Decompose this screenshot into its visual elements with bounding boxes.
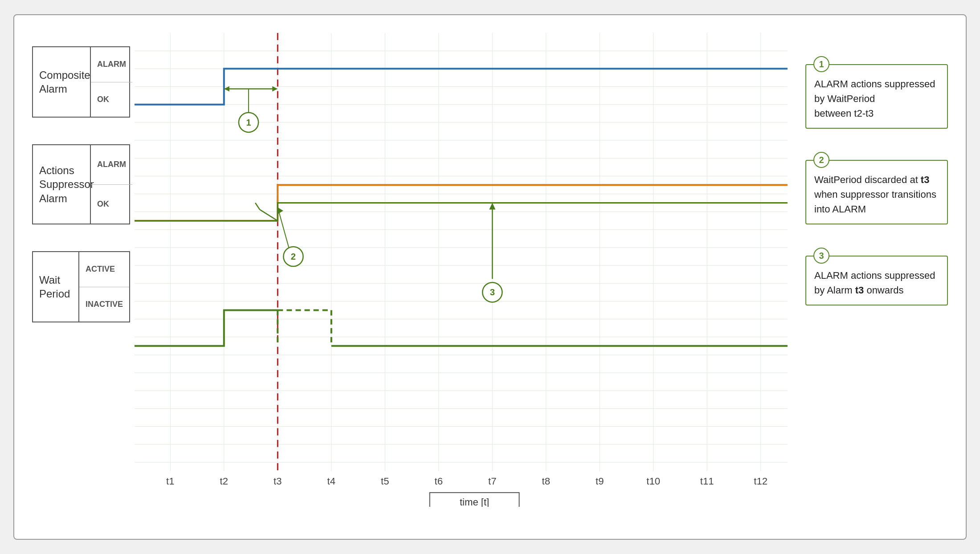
time-label-text: time [t]: [460, 497, 489, 507]
svg-text:t2: t2: [220, 476, 228, 487]
annotation-2-mono: WaitPeriod: [814, 174, 862, 185]
annotation-circle-1-text: 1: [246, 118, 251, 127]
svg-text:t12: t12: [754, 476, 768, 487]
annotation-text-1: ALARM actions suppressed by WaitPeriodbe…: [814, 72, 939, 121]
svg-text:t10: t10: [646, 476, 660, 487]
composite-alarm-state-ok: OK: [97, 95, 109, 104]
main-area: CompositeAlarm ALARM OK: [32, 33, 948, 521]
arrow2-line2: [255, 203, 260, 210]
arrow1-right-head: [272, 86, 278, 91]
time-axis: t1 t2 t3 t4 t5 t6 t7 t8 t9 t10 t11 t12: [166, 476, 768, 487]
suppressor-alarm-title: ActionsSuppressorAlarm: [39, 163, 94, 205]
arrow3-head: [489, 203, 495, 210]
svg-text:t5: t5: [381, 476, 389, 487]
arrow2-connector: [278, 208, 289, 248]
svg-text:t1: t1: [166, 476, 174, 487]
chart-svg: 1 2 3 t1: [135, 33, 796, 507]
annotation-number-1: 1: [813, 56, 829, 72]
svg-text:t3: t3: [274, 476, 282, 487]
svg-text:t6: t6: [435, 476, 443, 487]
wait-period-title: WaitPeriod: [39, 273, 70, 301]
diagram-container: CompositeAlarm ALARM OK: [13, 14, 967, 540]
arrow2-line1: [260, 210, 278, 221]
composite-alarm-title: CompositeAlarm: [39, 68, 90, 96]
svg-text:t9: t9: [596, 476, 604, 487]
suppressor-alarm-state-alarm: ALARM: [97, 160, 126, 169]
annotation-number-3: 3: [813, 248, 829, 264]
annotation-circle-3-text: 3: [490, 287, 495, 297]
labels-column: CompositeAlarm ALARM OK: [32, 33, 130, 521]
annotations-column: 1 ALARM actions suppressed by WaitPeriod…: [796, 33, 948, 521]
annotation-text-3: ALARM actions suppressed by Alarm t3 onw…: [814, 264, 939, 297]
suppressor-alarm-state-ok: OK: [97, 200, 109, 209]
annotation-circle-2-text: 2: [291, 252, 296, 261]
wait-period-state-inactive: INACTIVE: [86, 300, 123, 309]
wait-period-solid-line: [135, 310, 278, 346]
composite-alarm-state-alarm: ALARM: [97, 60, 126, 69]
svg-text:t11: t11: [700, 476, 714, 487]
wait-period-state-active: ACTIVE: [86, 265, 115, 274]
annotation-box-1: 1 ALARM actions suppressed by WaitPeriod…: [805, 64, 948, 129]
svg-text:t7: t7: [488, 476, 496, 487]
annotation-text-2: WaitPeriod discarded at t3 when suppress…: [814, 168, 939, 216]
chart-area: 1 2 3 t1: [135, 33, 796, 521]
annotation-3-mono: Alarm: [827, 285, 852, 296]
annotation-box-3: 3 ALARM actions suppressed by Alarm t3 o…: [805, 256, 948, 306]
annotation-box-2: 2 WaitPeriod discarded at t3 when suppre…: [805, 160, 948, 224]
arrow2-head: [275, 206, 283, 214]
annotation-number-2: 2: [813, 152, 829, 168]
svg-text:t8: t8: [542, 476, 550, 487]
annotation-1-mono: WaitPeriod: [827, 93, 875, 104]
svg-text:t4: t4: [327, 476, 335, 487]
